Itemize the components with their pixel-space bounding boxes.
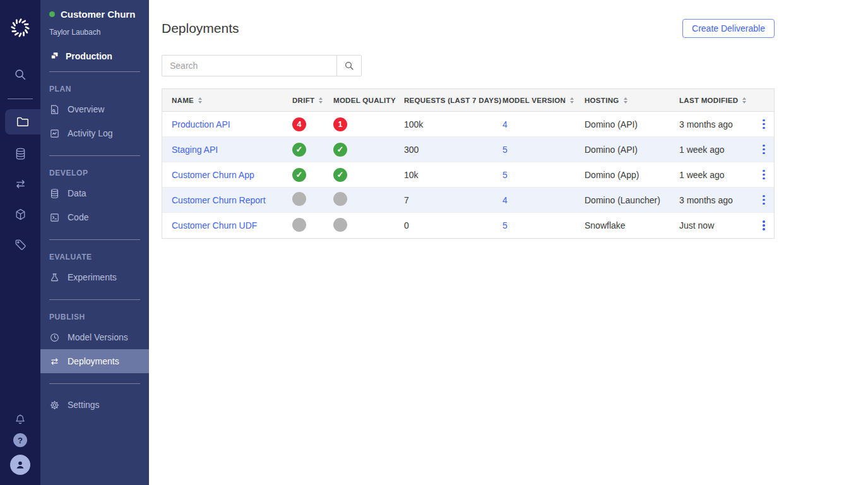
requests-cell: 300 (404, 145, 502, 155)
experiments-icon (49, 272, 60, 283)
search-icon (344, 61, 354, 71)
deployment-name-link[interactable]: Production API (172, 119, 230, 129)
section-develop: DEVELOP (40, 156, 149, 181)
sidebar-item-deployments[interactable]: Deployments (40, 349, 149, 373)
sort-icon[interactable] (624, 97, 627, 104)
deployment-name-link[interactable]: Staging API (172, 145, 218, 155)
model-version-link[interactable]: 5 (502, 170, 508, 180)
search-input[interactable] (162, 55, 336, 76)
model-version-link[interactable]: 5 (502, 145, 508, 155)
table-row: Customer Churn App 10k 5 Domino (App) 1 … (162, 162, 774, 188)
sort-icon[interactable] (198, 97, 202, 104)
last-modified-cell: 1 week ago (679, 170, 754, 180)
drift-status-badge (292, 168, 306, 182)
sidebar-item-label: Data (68, 188, 86, 198)
rail-divider (8, 99, 33, 99)
rail-environments-icon[interactable] (0, 199, 40, 229)
code-icon (49, 212, 60, 223)
overview-icon (49, 104, 60, 115)
model-quality-status-badge (333, 192, 347, 206)
column-header-drift[interactable]: DRIFT (292, 97, 333, 104)
sidebar-item-code[interactable]: Code (40, 205, 149, 229)
workspace-label: Production (66, 51, 112, 61)
page-title: Deployments (162, 21, 239, 36)
workspace-selector[interactable]: Production (49, 51, 140, 61)
rail-jobs-icon[interactable] (0, 169, 40, 199)
project-status-dot (49, 11, 55, 17)
last-modified-cell: Just now (679, 220, 754, 231)
deployment-name-link[interactable]: Customer Churn Report (172, 195, 266, 205)
project-blocks-icon (49, 51, 60, 61)
table-row: Customer Churn UDF 0 5 Snowflake Just no… (162, 213, 774, 238)
rail-projects-icon[interactable] (5, 109, 40, 135)
row-actions-kebab-icon[interactable] (759, 142, 769, 157)
model-version-link[interactable]: 4 (502, 195, 508, 205)
deployments-table: NAME DRIFT MODEL QUALITY REQUESTS (LAST … (162, 88, 775, 239)
sidebar-item-settings[interactable]: Settings (40, 393, 149, 417)
global-search-icon[interactable] (0, 59, 40, 90)
row-actions-kebab-icon[interactable] (759, 167, 769, 183)
project-owner: Taylor Laubach (49, 28, 140, 37)
settings-gear-icon (49, 400, 60, 410)
row-actions-kebab-icon[interactable] (759, 117, 769, 132)
deployment-name-link[interactable]: Customer Churn App (172, 170, 254, 180)
notifications-bell-icon[interactable] (0, 413, 40, 426)
sidebar-item-overview[interactable]: Overview (40, 97, 149, 121)
drift-status-badge: 4 (292, 117, 306, 131)
model-quality-status-badge: 1 (333, 117, 347, 131)
hosting-cell: Snowflake (585, 220, 679, 231)
domino-logo-icon[interactable] (9, 16, 32, 42)
requests-cell: 7 (404, 195, 502, 205)
drift-status-badge (292, 218, 306, 232)
table-row: Staging API 300 5 Domino (API) 1 week ag… (162, 137, 774, 162)
clock-icon (49, 332, 60, 343)
requests-cell: 10k (404, 170, 502, 180)
section-evaluate: EVALUATE (40, 240, 149, 265)
column-header-requests: REQUESTS (LAST 7 DAYS) (404, 97, 502, 104)
requests-cell: 0 (404, 220, 502, 231)
hosting-cell: Domino (Launcher) (585, 195, 679, 205)
sidebar-item-label: Settings (68, 400, 100, 410)
sidebar-item-label: Model Versions (68, 332, 128, 342)
column-header-name[interactable]: NAME (162, 97, 292, 104)
sort-icon[interactable] (570, 97, 574, 104)
column-header-model-version[interactable]: MODEL VERSION (502, 97, 585, 104)
hosting-cell: Domino (API) (585, 119, 679, 129)
column-header-model-quality: MODEL QUALITY (333, 97, 404, 104)
model-version-link[interactable]: 5 (502, 220, 508, 231)
help-icon[interactable]: ? (13, 433, 27, 447)
sidebar-item-experiments[interactable]: Experiments (40, 265, 149, 289)
column-header-last-modified[interactable]: LAST MODIFIED (679, 97, 754, 104)
row-actions-kebab-icon[interactable] (759, 218, 769, 233)
model-version-link[interactable]: 4 (502, 119, 508, 129)
user-avatar[interactable] (10, 455, 30, 475)
icon-rail: ? (0, 0, 40, 485)
sidebar-divider (49, 383, 140, 384)
project-name: Customer Churn (61, 9, 135, 20)
drift-status-badge (292, 143, 306, 157)
column-header-hosting[interactable]: HOSTING (585, 97, 679, 104)
table-row: Customer Churn Report 7 4 Domino (Launch… (162, 188, 774, 213)
rail-tags-icon[interactable] (0, 229, 40, 260)
sort-icon[interactable] (319, 97, 323, 104)
last-modified-cell: 1 week ago (679, 145, 754, 155)
model-quality-status-badge (333, 218, 347, 232)
hosting-cell: Domino (API) (585, 145, 679, 155)
sidebar-item-model-versions[interactable]: Model Versions (40, 325, 149, 349)
sidebar-item-data[interactable]: Data (40, 181, 149, 205)
sort-icon[interactable] (742, 97, 746, 104)
last-modified-cell: 3 months ago (679, 119, 754, 129)
rail-data-icon[interactable] (0, 138, 40, 169)
last-modified-cell: 3 months ago (679, 195, 754, 205)
create-deliverable-button[interactable]: Create Deliverable (682, 19, 775, 38)
deployments-icon (49, 356, 60, 367)
deployment-name-link[interactable]: Customer Churn UDF (172, 220, 257, 231)
data-icon (49, 188, 60, 199)
drift-status-badge (292, 192, 306, 206)
sidebar-item-activity-log[interactable]: Activity Log (40, 121, 149, 145)
search-button[interactable] (336, 55, 362, 76)
sidebar-item-label: Code (68, 212, 88, 222)
sidebar-item-label: Overview (68, 104, 104, 114)
section-publish: PUBLISH (40, 300, 149, 325)
row-actions-kebab-icon[interactable] (759, 193, 769, 208)
